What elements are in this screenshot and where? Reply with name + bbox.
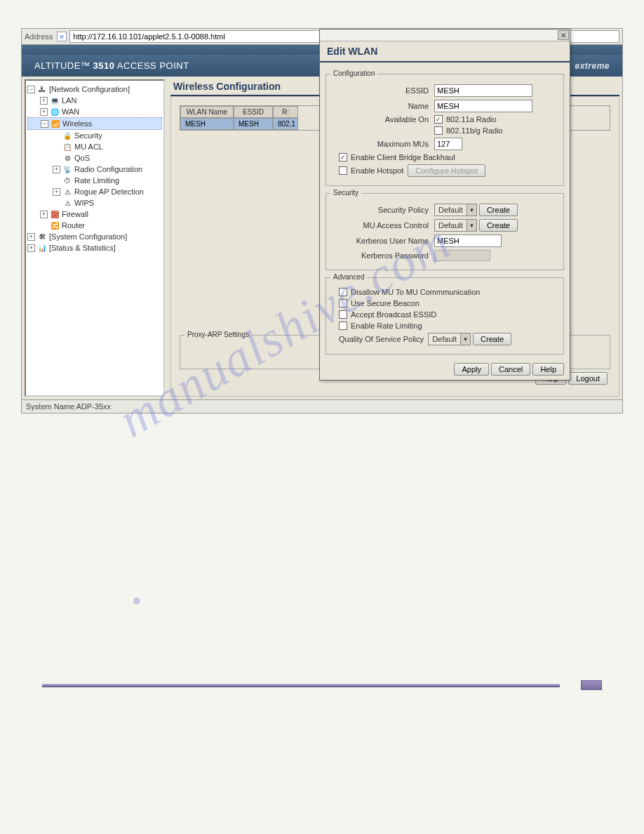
qos-policy-select[interactable]: Default▼ (428, 333, 471, 345)
radio-bg-label: 802.11b/g Radio (446, 126, 503, 135)
disallow-mu-label: Disallow MU To MU Commmunication (351, 288, 480, 296)
dialog-help-button[interactable]: Help (532, 363, 564, 376)
brand-text-3: ACCESS POINT (114, 60, 189, 71)
disallow-mu-checkbox[interactable] (339, 288, 347, 296)
tree-network-config[interactable]: −🖧[Network Configuration] (27, 84, 162, 95)
qos-icon: ⚙ (62, 153, 72, 163)
lan-icon: 💻 (50, 95, 60, 105)
tree-rate-limiting[interactable]: ⏱Rate Limiting (27, 175, 162, 186)
radio-a-checkbox[interactable]: ✓ (434, 115, 443, 124)
qos-policy-label: Quality Of Service Policy (339, 335, 424, 343)
dialog-title: Edit WLAN (320, 41, 570, 62)
rate-icon: ⏱ (62, 176, 72, 185)
max-mu-input[interactable] (434, 138, 462, 150)
tree-wireless[interactable]: −📶Wireless (27, 117, 162, 130)
tree-status[interactable]: +📊[Status & Statistics] (27, 242, 162, 253)
router-icon: 🔀 (50, 220, 60, 230)
mu-acl-select[interactable]: Default▼ (434, 219, 477, 232)
muacl-icon: 📋 (62, 142, 72, 152)
footer-rule (42, 680, 602, 690)
edit-wlan-dialog: ✕ Edit WLAN Configuration ESSID Name Ava… (319, 29, 570, 380)
name-label: Name (332, 102, 429, 110)
tree-rogue-ap[interactable]: +⚠Rogue AP Detection (27, 186, 162, 197)
tree-wips[interactable]: ⚠WIPS (27, 197, 162, 208)
logout-button[interactable]: Logout (568, 372, 608, 385)
essid-label: ESSID (332, 86, 429, 95)
kerberos-user-input[interactable] (434, 234, 502, 247)
security-legend: Security (330, 189, 361, 197)
proxy-arp-legend: Proxy-ARP Settings (185, 331, 252, 338)
tree-wan[interactable]: +🌐WAN (27, 106, 162, 117)
name-input[interactable] (434, 100, 532, 112)
network-icon: 🖧 (37, 84, 47, 94)
firewall-icon: 🧱 (50, 209, 60, 219)
extreme-logo: extreme (575, 61, 610, 71)
config-legend: Configuration (330, 70, 377, 77)
rogue-icon: ⚠ (62, 187, 72, 197)
rate-limiting-label: Enable Rate Limiting (351, 322, 422, 330)
col-essid: ESSID (234, 106, 273, 118)
tree-router[interactable]: 🔀Router (27, 220, 162, 231)
tree-security[interactable]: 🔒Security (27, 130, 162, 141)
kerberos-pwd-input[interactable] (434, 250, 490, 261)
available-on-label: Available On (332, 115, 429, 124)
mu-acl-label: MU Access Control (332, 221, 429, 230)
qos-create-button[interactable]: Create (473, 333, 511, 345)
sysconfig-icon: 🛠 (37, 232, 47, 241)
close-button[interactable]: ✕ (558, 30, 569, 40)
security-policy-label: Security Policy (332, 206, 429, 214)
secure-beacon-label: Use Secure Beacon (351, 299, 420, 307)
configure-hotspot-button[interactable]: Configure Hotspot (408, 164, 485, 177)
broadcast-essid-checkbox[interactable] (339, 310, 347, 319)
max-mu-label: Maximum MUs (332, 140, 429, 148)
status-bar: System Name ADP-35xx (22, 399, 622, 413)
col-radio: R: (273, 106, 298, 118)
security-icon: 🔒 (62, 131, 72, 140)
hotspot-checkbox[interactable] (339, 166, 347, 175)
kerberos-user-label: Kerberos User Name (332, 237, 429, 245)
wips-icon: ⚠ (62, 198, 72, 208)
page-icon: e (57, 32, 67, 41)
tree-firewall[interactable]: +🧱Firewall (27, 208, 162, 220)
mu-acl-create-button[interactable]: Create (479, 219, 518, 232)
rate-limiting-checkbox[interactable] (339, 322, 347, 330)
nav-tree: −🖧[Network Configuration] +💻LAN +🌐WAN −📶… (25, 79, 165, 397)
advanced-fieldset: Advanced Disallow MU To MU Commmunicatio… (326, 277, 564, 355)
tree-lan[interactable]: +💻LAN (27, 95, 162, 106)
brand-text-1: ALTITUDE™ (34, 60, 93, 71)
config-fieldset: Configuration ESSID Name Available On✓80… (326, 74, 564, 186)
chevron-down-icon: ▼ (467, 204, 476, 216)
advanced-legend: Advanced (330, 273, 367, 281)
kerberos-pwd-label: Kerberos Password (332, 251, 429, 260)
broadcast-essid-label: Accept Broadcast ESSID (351, 310, 436, 319)
cancel-button[interactable]: Cancel (491, 363, 530, 376)
radio-bg-checkbox[interactable] (434, 126, 443, 135)
apply-button[interactable]: Apply (454, 363, 489, 376)
watermark-dot (133, 597, 140, 604)
security-fieldset: Security Security PolicyDefault▼ Create … (326, 193, 564, 270)
radio-icon: 📡 (62, 164, 72, 174)
secure-beacon-checkbox[interactable] (339, 299, 347, 307)
chevron-down-icon: ▼ (460, 333, 470, 345)
client-bridge-label: Enable Client Bridge Backhaul (351, 153, 455, 161)
tree-qos[interactable]: ⚙QoS (27, 152, 162, 164)
tree-system-config[interactable]: +🛠[System Configuration] (27, 231, 162, 242)
security-policy-create-button[interactable]: Create (479, 204, 518, 216)
wan-icon: 🌐 (50, 107, 60, 117)
hotspot-label: Enable Hotspot (351, 166, 403, 175)
essid-input[interactable] (434, 84, 532, 97)
tree-mu-acl[interactable]: 📋MU ACL (27, 141, 162, 152)
address-label: Address (25, 32, 53, 41)
client-bridge-checkbox[interactable]: ✓ (339, 153, 347, 161)
tree-radio-config[interactable]: +📡Radio Configuration (27, 164, 162, 175)
security-policy-select[interactable]: Default▼ (434, 204, 477, 216)
chevron-down-icon: ▼ (467, 220, 476, 231)
status-icon: 📊 (37, 243, 47, 253)
brand-text-2: 3510 (93, 60, 115, 71)
col-wlan-name: WLAN Name (180, 106, 234, 118)
wireless-icon: 📶 (51, 119, 60, 128)
radio-a-label: 802.11a Radio (446, 115, 497, 124)
